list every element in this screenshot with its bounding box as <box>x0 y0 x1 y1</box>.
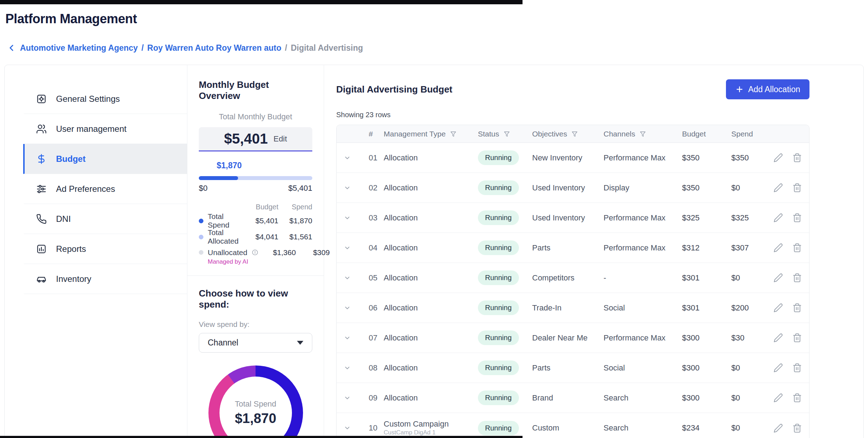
edit-row-button[interactable] <box>773 183 783 193</box>
pencil-icon <box>773 273 783 283</box>
delete-row-button[interactable] <box>792 213 802 223</box>
breadcrumb-back-icon[interactable] <box>6 43 16 53</box>
chevron-down-icon <box>297 341 303 345</box>
status-badge: Running <box>478 421 519 435</box>
sidebar-item-label: DNI <box>56 214 71 224</box>
row-expand-button[interactable] <box>337 184 358 191</box>
row-budget: $325 <box>682 213 731 223</box>
info-icon[interactable] <box>252 249 258 256</box>
dollar-icon <box>36 154 47 164</box>
row-number: 04 <box>358 243 378 253</box>
sidebar-item-dni[interactable]: DNI <box>23 204 187 234</box>
row-spend: $325 <box>731 213 773 223</box>
pencil-icon <box>773 243 783 253</box>
sidebar-item-label: Reports <box>56 244 86 254</box>
row-expand-button[interactable] <box>337 334 358 342</box>
donut-center-label: Total Spend <box>235 399 276 409</box>
delete-row-button[interactable] <box>792 333 802 343</box>
row-expand-button[interactable] <box>337 364 358 372</box>
delete-row-button[interactable] <box>792 423 802 433</box>
row-number: 07 <box>358 333 378 343</box>
status-badge: Running <box>478 330 519 345</box>
legend-dot <box>199 235 203 239</box>
report-chart-icon <box>36 244 47 254</box>
delete-row-button[interactable] <box>792 153 802 163</box>
pencil-icon <box>773 153 783 163</box>
col-objectives: Objectives <box>532 130 567 138</box>
window-bottom-edge-bar <box>0 436 523 438</box>
spend-view-title: Choose how to view spend: <box>199 288 312 310</box>
delete-row-button[interactable] <box>792 393 802 403</box>
edit-row-button[interactable] <box>773 213 783 223</box>
row-management-type: Allocation <box>378 183 478 192</box>
row-expand-button[interactable] <box>337 424 358 432</box>
table-row: 01 Allocation Running New Inventory Perf… <box>337 143 809 173</box>
filter-icon[interactable] <box>640 131 646 137</box>
window-top-edge-bar <box>0 0 523 4</box>
edit-row-button[interactable] <box>773 363 783 373</box>
edit-row-button[interactable] <box>773 333 783 343</box>
edit-row-button[interactable] <box>773 303 783 313</box>
add-allocation-button[interactable]: Add Allocation <box>726 79 809 99</box>
pencil-icon <box>773 303 783 313</box>
table-header-row: # Management Type Status Objectives Chan… <box>337 125 809 143</box>
row-channel: Social <box>604 363 682 373</box>
row-spend: $0 <box>731 423 773 433</box>
row-management-type: Allocation <box>378 273 478 282</box>
sidebar-item-budget[interactable]: Budget <box>23 144 187 174</box>
edit-row-button[interactable] <box>773 273 783 283</box>
edit-row-button[interactable] <box>773 393 783 403</box>
row-objective: New Inventory <box>532 153 604 163</box>
delete-row-button[interactable] <box>792 243 802 253</box>
row-number: 03 <box>358 213 378 223</box>
sidebar-item-reports[interactable]: Reports <box>23 234 187 264</box>
status-badge: Running <box>478 390 519 405</box>
row-expand-button[interactable] <box>337 394 358 402</box>
sidebar-item-ad-preferences[interactable]: Ad Preferences <box>23 174 187 204</box>
sidebar-item-user-management[interactable]: User management <box>23 114 187 144</box>
spend-donut-center: Total Spend $1,870 <box>219 377 292 438</box>
row-spend: $0 <box>731 393 773 403</box>
row-expand-button[interactable] <box>337 244 358 252</box>
filter-icon[interactable] <box>504 131 510 137</box>
delete-row-button[interactable] <box>792 303 802 313</box>
sidebar-item-inventory[interactable]: Inventory <box>23 264 187 294</box>
spend-amount-label: $1,870 <box>217 161 312 170</box>
row-number: 08 <box>358 363 378 373</box>
filter-icon[interactable] <box>571 131 578 137</box>
edit-budget-link[interactable]: Edit <box>273 134 287 144</box>
edit-row-button[interactable] <box>773 423 783 433</box>
delete-row-button[interactable] <box>792 183 802 193</box>
rows-summary: Showing 23 rows <box>336 111 809 119</box>
table-row: 02 Allocation Running Used Inventory Dis… <box>337 173 809 203</box>
table-row: 10 Custom Campaign CustCamp DigAd 1 Runn… <box>337 413 809 438</box>
sidebar-item-general-settings[interactable]: General Settings <box>23 84 187 114</box>
row-objective: Used Inventory <box>532 213 604 223</box>
budget-progress-bar <box>199 176 312 180</box>
pencil-icon <box>773 183 783 193</box>
table-row: 08 Allocation Running Parts Social $300 … <box>337 353 809 383</box>
row-expand-button[interactable] <box>337 274 358 282</box>
table-row: 07 Allocation Running Dealer Near Me Per… <box>337 323 809 353</box>
row-spend: $30 <box>731 333 773 343</box>
row-expand-button[interactable] <box>337 154 358 161</box>
trash-icon <box>792 243 802 253</box>
row-channel: Display <box>604 183 682 193</box>
breadcrumb-item-account[interactable]: Roy Warren Auto Roy Warren auto <box>147 43 282 53</box>
chevron-down-icon <box>344 184 351 191</box>
row-expand-button[interactable] <box>337 304 358 312</box>
row-expand-button[interactable] <box>337 214 358 222</box>
row-spend: $307 <box>731 243 773 253</box>
managed-by-ai-note: Managed by AI <box>208 258 312 266</box>
users-icon <box>36 124 47 134</box>
filter-icon[interactable] <box>450 131 456 137</box>
view-spend-select[interactable]: Channel <box>199 333 312 353</box>
edit-row-button[interactable] <box>773 153 783 163</box>
delete-row-button[interactable] <box>792 363 802 373</box>
row-channel: Social <box>604 303 682 313</box>
breadcrumb-item-agency[interactable]: Automotive Marketing Agency <box>20 43 138 53</box>
row-objective: Used Inventory <box>532 183 604 193</box>
edit-row-button[interactable] <box>773 243 783 253</box>
delete-row-button[interactable] <box>792 273 802 283</box>
table-row: 05 Allocation Running Competitors - $301… <box>337 263 809 293</box>
